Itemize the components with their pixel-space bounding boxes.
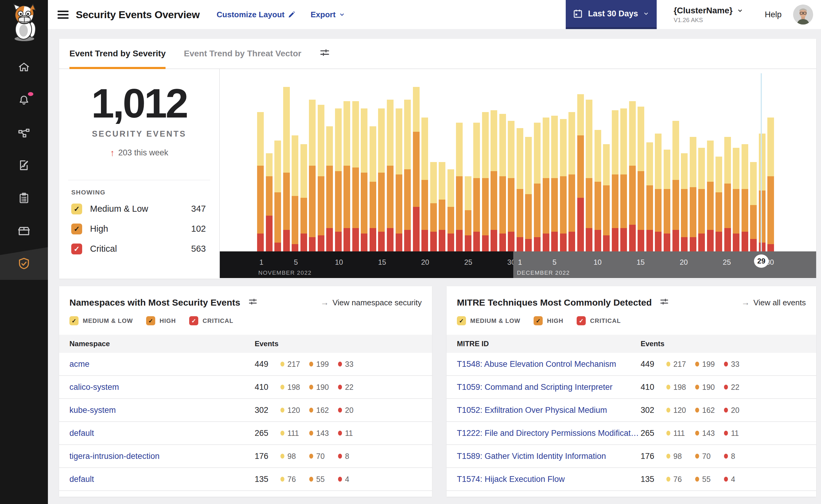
stacked-bar-day-nov-18[interactable]: [404, 100, 411, 251]
export-button[interactable]: Export: [311, 10, 345, 19]
stacked-bar-day-nov-2[interactable]: [266, 153, 273, 251]
filter-chip-critical[interactable]: ✓CRITICAL: [189, 316, 233, 325]
stacked-bar-day-nov-20[interactable]: [421, 118, 428, 251]
chart-settings-button[interactable]: [320, 48, 330, 59]
stacked-bar-day-dec-8[interactable]: [577, 94, 584, 251]
stacked-bar-day-nov-21[interactable]: [430, 162, 437, 251]
view-namespace-security-link[interactable]: → View namespace security: [321, 298, 422, 307]
column-header-events[interactable]: Events: [255, 340, 279, 348]
row-link[interactable]: acme: [59, 360, 255, 369]
stacked-bar-day-nov-26[interactable]: [473, 123, 480, 251]
customize-layout-link[interactable]: Customize Layout: [217, 10, 296, 19]
sidebar-item-policies[interactable]: [0, 149, 48, 182]
namespaces-settings-button[interactable]: [248, 297, 258, 308]
stacked-bar-day-nov-25[interactable]: [465, 176, 471, 251]
stacked-bar-day-dec-19[interactable]: [673, 121, 679, 251]
tab-event-trend-by-severity[interactable]: Event Trend by Severity: [69, 39, 165, 68]
row-link[interactable]: T1589: Gather Victim Identity Informatio…: [447, 452, 641, 461]
stacked-bar-day-dec-22[interactable]: [698, 148, 705, 251]
stacked-bar-day-nov-13[interactable]: [361, 108, 367, 251]
checkbox-high[interactable]: ✓: [71, 224, 82, 234]
stacked-bar-day-nov-27[interactable]: [482, 112, 489, 251]
stacked-bar-day-nov-29[interactable]: [499, 114, 506, 251]
stacked-bar-day-nov-8[interactable]: [318, 105, 324, 251]
stacked-bar-day-nov-23[interactable]: [447, 169, 454, 251]
stacked-bar-day-nov-4[interactable]: [283, 87, 290, 251]
view-all-events-link[interactable]: → View all events: [741, 298, 806, 307]
stacked-bar-day-nov-19[interactable]: [413, 87, 420, 251]
stacked-bar-day-dec-30[interactable]: [767, 118, 774, 251]
stacked-bar-day-dec-20[interactable]: [681, 153, 688, 251]
stacked-bar-day-nov-1[interactable]: [257, 112, 264, 251]
stacked-bar-day-dec-17[interactable]: [655, 134, 662, 251]
sidebar-item-service-graph[interactable]: [0, 116, 48, 149]
stacked-bar-day-dec-16[interactable]: [647, 142, 653, 251]
stacked-bar-day-nov-3[interactable]: [274, 141, 281, 251]
stacked-bar-day-dec-10[interactable]: [594, 130, 601, 251]
sidebar-item-image-assurance[interactable]: [0, 214, 48, 247]
filter-chip-high[interactable]: ✓HIGH: [533, 316, 563, 325]
stacked-bar-day-nov-28[interactable]: [490, 110, 497, 251]
stacked-bar-day-nov-15[interactable]: [378, 108, 385, 251]
stacked-bar-day-dec-27[interactable]: [742, 144, 748, 251]
stacked-bar-day-dec-24[interactable]: [716, 157, 722, 251]
checkbox-critical[interactable]: ✓: [577, 316, 586, 325]
stacked-bar-day-nov-22[interactable]: [439, 162, 445, 251]
tab-event-trend-by-threat-vector[interactable]: Event Trend by Threat Vector: [184, 39, 301, 68]
stacked-bar-day-nov-30[interactable]: [508, 121, 514, 251]
stacked-bar-day-nov-7[interactable]: [309, 100, 316, 251]
sidebar-item-threat-defense[interactable]: [0, 247, 48, 280]
checkbox-high[interactable]: ✓: [146, 316, 155, 325]
checkbox-critical[interactable]: ✓: [189, 316, 198, 325]
stacked-bar-day-dec-29[interactable]: [759, 134, 766, 251]
stacked-bar-day-dec-1[interactable]: [517, 128, 523, 251]
filter-chip-medium_low[interactable]: ✓MEDIUM & LOW: [457, 316, 520, 325]
user-avatar[interactable]: [793, 5, 813, 25]
filter-chip-high[interactable]: ✓HIGH: [146, 316, 176, 325]
checkbox-high[interactable]: ✓: [533, 316, 543, 325]
stacked-bar-day-nov-16[interactable]: [387, 100, 394, 251]
stacked-bar-day-nov-6[interactable]: [301, 144, 307, 251]
stacked-bar-day-nov-17[interactable]: [396, 108, 402, 251]
calico-cat-logo[interactable]: [7, 2, 41, 43]
stacked-bar-day-nov-9[interactable]: [326, 126, 333, 251]
column-header-namespace[interactable]: Namespace: [59, 340, 255, 348]
stacked-bar-day-dec-14[interactable]: [629, 101, 636, 251]
mitre-settings-button[interactable]: [660, 297, 669, 308]
stacked-bar-day-dec-18[interactable]: [664, 150, 670, 251]
stacked-bar-day-dec-26[interactable]: [733, 148, 740, 251]
stacked-bar-day-dec-3[interactable]: [534, 123, 540, 251]
hamburger-menu-icon[interactable]: [58, 9, 68, 21]
checkbox-critical[interactable]: ✓: [71, 244, 82, 254]
row-link[interactable]: default: [59, 429, 255, 438]
column-header-events[interactable]: Events: [641, 340, 665, 348]
stacked-bar-day-dec-21[interactable]: [690, 137, 696, 251]
stacked-bar-day-nov-11[interactable]: [344, 101, 350, 251]
stacked-bar-day-dec-25[interactable]: [724, 137, 731, 251]
row-link[interactable]: T1059: Command and Scripting Interpreter: [447, 383, 641, 392]
row-link[interactable]: kube-system: [59, 406, 255, 415]
stacked-bar-day-dec-7[interactable]: [568, 112, 575, 251]
stacked-bar-day-nov-24[interactable]: [456, 123, 463, 251]
row-link[interactable]: tigera-intrusion-detection: [59, 452, 255, 461]
stacked-bar-day-nov-12[interactable]: [352, 101, 359, 251]
stacked-bar-day-nov-14[interactable]: [370, 126, 376, 251]
sidebar-item-alerts[interactable]: [0, 84, 48, 116]
help-link[interactable]: Help: [765, 10, 782, 19]
stacked-bar-day-dec-4[interactable]: [543, 118, 549, 251]
stacked-bar-day-nov-5[interactable]: [292, 135, 298, 251]
date-range-button[interactable]: Last 30 Days: [566, 0, 657, 29]
sidebar-item-home[interactable]: [0, 51, 48, 84]
sidebar-item-compliance[interactable]: [0, 182, 48, 214]
stacked-bar-day-dec-15[interactable]: [638, 107, 644, 251]
row-link[interactable]: default: [59, 475, 255, 484]
stacked-bar-day-dec-9[interactable]: [586, 100, 592, 251]
checkbox-medium_low[interactable]: ✓: [69, 316, 78, 325]
stacked-bar-day-dec-6[interactable]: [560, 119, 567, 251]
stacked-bar-day-dec-2[interactable]: [525, 137, 532, 251]
row-link[interactable]: T1548: Abuse Elevation Control Mechanism: [447, 360, 641, 369]
stacked-bar-day-dec-28[interactable]: [750, 162, 757, 251]
row-link[interactable]: T1574: Hijack Execution Flow: [447, 475, 641, 484]
stacked-bar-day-dec-5[interactable]: [551, 116, 558, 251]
stacked-bar-day-dec-12[interactable]: [612, 110, 619, 251]
